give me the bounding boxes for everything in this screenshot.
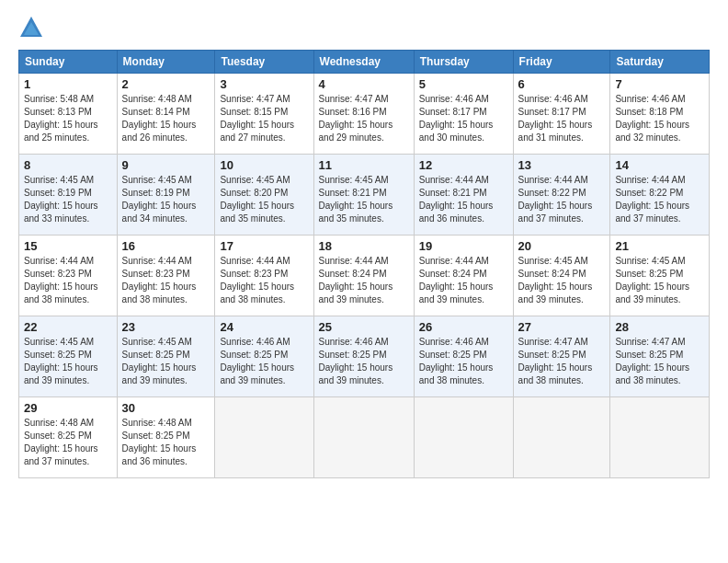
day-number: 2 (122, 77, 210, 91)
calendar-cell: 13Sunrise: 4:44 AMSunset: 8:22 PMDayligh… (513, 155, 610, 236)
day-number: 1 (24, 77, 112, 91)
day-header-friday: Friday (513, 51, 610, 74)
day-info: Sunrise: 4:44 AMSunset: 8:23 PMDaylight:… (24, 255, 112, 306)
day-info: Sunrise: 4:45 AMSunset: 8:25 PMDaylight:… (24, 336, 112, 387)
calendar-cell: 15Sunrise: 4:44 AMSunset: 8:23 PMDayligh… (19, 236, 118, 316)
day-number: 8 (24, 158, 112, 172)
day-info: Sunrise: 4:44 AMSunset: 8:24 PMDaylight:… (419, 255, 508, 306)
calendar-cell (414, 397, 513, 478)
day-info: Sunrise: 4:47 AMSunset: 8:25 PMDaylight:… (615, 336, 704, 387)
day-number: 30 (122, 401, 210, 415)
day-info: Sunrise: 4:47 AMSunset: 8:25 PMDaylight:… (518, 336, 606, 387)
day-number: 19 (419, 239, 508, 253)
calendar-cell: 11Sunrise: 4:45 AMSunset: 8:21 PMDayligh… (313, 155, 414, 236)
calendar-cell: 7Sunrise: 4:46 AMSunset: 8:18 PMDaylight… (610, 74, 710, 155)
day-number: 26 (419, 320, 508, 334)
day-number: 21 (615, 239, 704, 253)
calendar-cell: 26Sunrise: 4:46 AMSunset: 8:25 PMDayligh… (414, 316, 513, 397)
calendar-week-2: 8Sunrise: 4:45 AMSunset: 8:19 PMDaylight… (19, 155, 710, 236)
day-number: 13 (518, 158, 606, 172)
day-number: 27 (518, 320, 606, 334)
day-info: Sunrise: 4:46 AMSunset: 8:25 PMDaylight:… (220, 336, 308, 387)
day-info: Sunrise: 4:44 AMSunset: 8:23 PMDaylight:… (122, 255, 210, 306)
calendar-cell (513, 397, 610, 478)
day-info: Sunrise: 4:46 AMSunset: 8:17 PMDaylight:… (419, 93, 508, 144)
day-number: 25 (319, 320, 409, 334)
day-number: 22 (24, 320, 112, 334)
calendar-cell: 30Sunrise: 4:48 AMSunset: 8:25 PMDayligh… (117, 397, 215, 478)
day-number: 3 (220, 77, 308, 91)
day-info: Sunrise: 4:44 AMSunset: 8:22 PMDaylight:… (518, 174, 606, 225)
calendar-cell: 5Sunrise: 4:46 AMSunset: 8:17 PMDaylight… (414, 74, 513, 155)
calendar-week-1: 1Sunrise: 5:48 AMSunset: 8:13 PMDaylight… (19, 74, 710, 155)
calendar-cell: 1Sunrise: 5:48 AMSunset: 8:13 PMDaylight… (19, 74, 118, 155)
calendar-cell: 27Sunrise: 4:47 AMSunset: 8:25 PMDayligh… (513, 316, 610, 397)
day-number: 15 (24, 239, 112, 253)
day-info: Sunrise: 4:45 AMSunset: 8:20 PMDaylight:… (220, 174, 308, 225)
day-number: 5 (419, 77, 508, 91)
calendar-cell (610, 397, 710, 478)
day-info: Sunrise: 4:44 AMSunset: 8:22 PMDaylight:… (615, 174, 704, 225)
day-header-sunday: Sunday (19, 51, 118, 74)
day-info: Sunrise: 4:45 AMSunset: 8:19 PMDaylight:… (24, 174, 112, 225)
day-number: 11 (319, 158, 409, 172)
day-info: Sunrise: 4:45 AMSunset: 8:19 PMDaylight:… (122, 174, 210, 225)
calendar-table: SundayMondayTuesdayWednesdayThursdayFrid… (18, 50, 710, 478)
calendar-cell: 3Sunrise: 4:47 AMSunset: 8:15 PMDaylight… (215, 74, 313, 155)
day-number: 24 (220, 320, 308, 334)
day-number: 16 (122, 239, 210, 253)
day-number: 4 (319, 77, 409, 91)
day-number: 6 (518, 77, 606, 91)
day-number: 14 (615, 158, 704, 172)
calendar-cell: 2Sunrise: 4:48 AMSunset: 8:14 PMDaylight… (117, 74, 215, 155)
day-info: Sunrise: 5:48 AMSunset: 8:13 PMDaylight:… (24, 93, 112, 144)
day-info: Sunrise: 4:46 AMSunset: 8:25 PMDaylight:… (419, 336, 508, 387)
day-number: 7 (615, 77, 704, 91)
day-header-tuesday: Tuesday (215, 51, 313, 74)
calendar-cell: 16Sunrise: 4:44 AMSunset: 8:23 PMDayligh… (117, 236, 215, 316)
day-header-saturday: Saturday (610, 51, 710, 74)
calendar-cell: 19Sunrise: 4:44 AMSunset: 8:24 PMDayligh… (414, 236, 513, 316)
day-info: Sunrise: 4:45 AMSunset: 8:24 PMDaylight:… (518, 255, 606, 306)
day-info: Sunrise: 4:48 AMSunset: 8:25 PMDaylight:… (24, 417, 112, 468)
calendar-week-3: 15Sunrise: 4:44 AMSunset: 8:23 PMDayligh… (19, 236, 710, 316)
calendar-cell: 21Sunrise: 4:45 AMSunset: 8:25 PMDayligh… (610, 236, 710, 316)
day-info: Sunrise: 4:47 AMSunset: 8:15 PMDaylight:… (220, 93, 308, 144)
day-number: 18 (319, 239, 409, 253)
day-number: 28 (615, 320, 704, 334)
calendar-cell: 18Sunrise: 4:44 AMSunset: 8:24 PMDayligh… (313, 236, 414, 316)
day-info: Sunrise: 4:44 AMSunset: 8:23 PMDaylight:… (220, 255, 308, 306)
header-row: SundayMondayTuesdayWednesdayThursdayFrid… (19, 51, 710, 74)
calendar-cell (215, 397, 313, 478)
calendar-cell: 12Sunrise: 4:44 AMSunset: 8:21 PMDayligh… (414, 155, 513, 236)
header (18, 15, 710, 40)
day-info: Sunrise: 4:48 AMSunset: 8:25 PMDaylight:… (122, 417, 210, 468)
calendar-cell: 9Sunrise: 4:45 AMSunset: 8:19 PMDaylight… (117, 155, 215, 236)
logo-icon (18, 15, 44, 40)
calendar-cell: 14Sunrise: 4:44 AMSunset: 8:22 PMDayligh… (610, 155, 710, 236)
day-number: 9 (122, 158, 210, 172)
calendar-cell: 25Sunrise: 4:46 AMSunset: 8:25 PMDayligh… (313, 316, 414, 397)
calendar-cell: 8Sunrise: 4:45 AMSunset: 8:19 PMDaylight… (19, 155, 118, 236)
day-info: Sunrise: 4:44 AMSunset: 8:21 PMDaylight:… (419, 174, 508, 225)
calendar-week-4: 22Sunrise: 4:45 AMSunset: 8:25 PMDayligh… (19, 316, 710, 397)
logo (18, 15, 48, 40)
day-number: 20 (518, 239, 606, 253)
calendar-cell: 24Sunrise: 4:46 AMSunset: 8:25 PMDayligh… (215, 316, 313, 397)
calendar-cell: 29Sunrise: 4:48 AMSunset: 8:25 PMDayligh… (19, 397, 118, 478)
calendar-cell: 20Sunrise: 4:45 AMSunset: 8:24 PMDayligh… (513, 236, 610, 316)
page: SundayMondayTuesdayWednesdayThursdayFrid… (0, 0, 728, 563)
day-number: 23 (122, 320, 210, 334)
day-info: Sunrise: 4:46 AMSunset: 8:25 PMDaylight:… (319, 336, 409, 387)
day-info: Sunrise: 4:46 AMSunset: 8:18 PMDaylight:… (615, 93, 704, 144)
calendar-header: SundayMondayTuesdayWednesdayThursdayFrid… (19, 51, 710, 74)
calendar-body: 1Sunrise: 5:48 AMSunset: 8:13 PMDaylight… (19, 74, 710, 478)
day-header-monday: Monday (117, 51, 215, 74)
day-info: Sunrise: 4:44 AMSunset: 8:24 PMDaylight:… (319, 255, 409, 306)
calendar-cell (313, 397, 414, 478)
day-number: 17 (220, 239, 308, 253)
day-info: Sunrise: 4:48 AMSunset: 8:14 PMDaylight:… (122, 93, 210, 144)
calendar-cell: 28Sunrise: 4:47 AMSunset: 8:25 PMDayligh… (610, 316, 710, 397)
day-info: Sunrise: 4:45 AMSunset: 8:21 PMDaylight:… (319, 174, 409, 225)
day-number: 10 (220, 158, 308, 172)
